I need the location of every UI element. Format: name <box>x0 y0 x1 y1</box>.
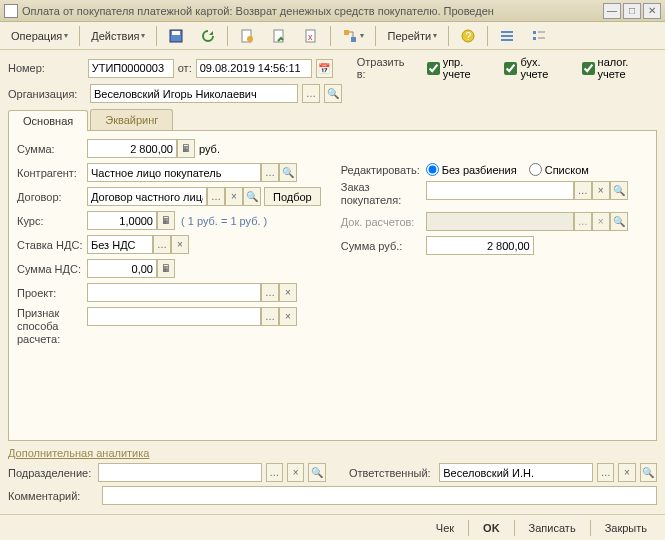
svg-rect-7 <box>344 30 349 35</box>
svg-text:?: ? <box>466 31 472 42</box>
comm-label: Комментарий: <box>8 490 98 502</box>
dep-clear-icon[interactable]: × <box>287 463 304 482</box>
svg-rect-1 <box>172 31 180 35</box>
org-input[interactable] <box>90 84 298 103</box>
nds-sum-input[interactable] <box>87 259 157 278</box>
nds-clear-icon[interactable]: × <box>171 235 189 254</box>
podbor-button[interactable]: Подбор <box>264 187 321 206</box>
operation-menu[interactable]: Операция▾ <box>4 27 75 45</box>
contr-select-icon[interactable]: … <box>261 163 279 182</box>
sign-select-icon[interactable]: … <box>261 307 279 326</box>
help-icon[interactable]: ? <box>453 25 483 47</box>
reflect-label: Отразить в: <box>357 56 415 80</box>
dep-input[interactable] <box>98 463 261 482</box>
order-search-icon[interactable]: 🔍 <box>610 181 628 200</box>
tab-main[interactable]: Основная <box>8 110 88 131</box>
contr-search-icon[interactable]: 🔍 <box>279 163 297 182</box>
order-label: Заказ покупателя: <box>341 181 426 207</box>
minimize-button[interactable]: — <box>603 3 621 19</box>
tool-save-icon[interactable] <box>161 25 191 47</box>
docs-input <box>426 212 574 231</box>
buh-checkbox[interactable]: бух. учете <box>504 56 569 80</box>
resp-search-icon[interactable]: 🔍 <box>640 463 657 482</box>
resp-input[interactable] <box>439 463 593 482</box>
dog-label: Договор: <box>17 191 87 203</box>
sumrub-label: Сумма руб.: <box>341 240 426 252</box>
actions-menu[interactable]: Действия▾ <box>84 27 152 45</box>
titlebar: Оплата от покупателя платежной картой: В… <box>0 0 665 22</box>
from-label: от: <box>178 62 192 74</box>
tool-list2-icon[interactable] <box>524 25 554 47</box>
dep-search-icon[interactable]: 🔍 <box>308 463 325 482</box>
nal-checkbox[interactable]: налог. учете <box>582 56 657 80</box>
order-input[interactable] <box>426 181 574 200</box>
number-label: Номер: <box>8 62 84 74</box>
sum-label: Сумма: <box>17 143 87 155</box>
kurs-label: Курс: <box>17 215 87 227</box>
tool-list1-icon[interactable] <box>492 25 522 47</box>
dep-select-icon[interactable]: … <box>266 463 283 482</box>
radio-without[interactable]: Без разбиения <box>426 163 517 176</box>
kurs-input[interactable] <box>87 211 157 230</box>
date-input[interactable] <box>196 59 312 78</box>
proj-clear-icon[interactable]: × <box>279 283 297 302</box>
resp-label: Ответственный: <box>349 467 435 479</box>
svg-rect-11 <box>533 31 536 34</box>
tool-struct-icon[interactable]: ▾ <box>335 25 371 47</box>
dog-clear-icon[interactable]: × <box>225 187 243 206</box>
docs-select-icon: … <box>574 212 592 231</box>
sign-clear-icon[interactable]: × <box>279 307 297 326</box>
go-menu[interactable]: Перейти▾ <box>380 27 444 45</box>
org-select-icon[interactable]: … <box>302 84 320 103</box>
tool-doc2-icon[interactable] <box>264 25 294 47</box>
nds-rate-input[interactable] <box>87 235 153 254</box>
sign-input[interactable] <box>87 307 261 326</box>
docs-clear-icon: × <box>592 212 610 231</box>
contr-input[interactable] <box>87 163 261 182</box>
contr-label: Контрагент: <box>17 167 87 179</box>
dog-input[interactable] <box>87 187 207 206</box>
window-icon <box>4 4 18 18</box>
nds-sum-label: Сумма НДС: <box>17 263 87 275</box>
footer: Чек OK Записать Закрыть <box>0 514 665 540</box>
close-window-button[interactable]: ✕ <box>643 3 661 19</box>
proj-select-icon[interactable]: … <box>261 283 279 302</box>
tabs: Основная Эквайринг <box>8 109 657 131</box>
tab-acquiring[interactable]: Эквайринг <box>90 109 173 130</box>
proj-input[interactable] <box>87 283 261 302</box>
resp-select-icon[interactable]: … <box>597 463 614 482</box>
maximize-button[interactable]: □ <box>623 3 641 19</box>
calendar-icon[interactable]: 📅 <box>316 59 334 78</box>
tool-refresh-icon[interactable] <box>193 25 223 47</box>
docs-search-icon: 🔍 <box>610 212 628 231</box>
sumrub-input[interactable] <box>426 236 534 255</box>
svg-text:x: x <box>308 32 313 42</box>
tool-doc1-icon[interactable] <box>232 25 262 47</box>
save-button[interactable]: Записать <box>519 519 586 537</box>
chek-button[interactable]: Чек <box>426 519 464 537</box>
svg-point-3 <box>247 36 253 42</box>
dog-select-icon[interactable]: … <box>207 187 225 206</box>
calc-icon[interactable]: 🖩 <box>177 139 195 158</box>
radio-list[interactable]: Списком <box>529 163 589 176</box>
tab-body: Сумма: 🖩 руб. Контрагент: … 🔍 Договор: …… <box>8 131 657 441</box>
order-clear-icon[interactable]: × <box>592 181 610 200</box>
close-button[interactable]: Закрыть <box>595 519 657 537</box>
window-title: Оплата от покупателя платежной картой: В… <box>22 5 601 17</box>
extra-title: Дополнительная аналитика <box>8 447 657 459</box>
order-select-icon[interactable]: … <box>574 181 592 200</box>
number-input[interactable] <box>88 59 174 78</box>
edit-label: Редактировать: <box>341 164 426 176</box>
tool-doc3-icon[interactable]: x <box>296 25 326 47</box>
dog-search-icon[interactable]: 🔍 <box>243 187 261 206</box>
toolbar: Операция▾ Действия▾ x ▾ Перейти▾ ? <box>0 22 665 50</box>
sum-input[interactable] <box>87 139 177 158</box>
nds-sum-calc-icon[interactable]: 🖩 <box>157 259 175 278</box>
ok-button[interactable]: OK <box>473 519 510 537</box>
org-search-icon[interactable]: 🔍 <box>324 84 342 103</box>
upr-checkbox[interactable]: упр. учете <box>427 56 493 80</box>
comm-input[interactable] <box>102 486 657 505</box>
resp-clear-icon[interactable]: × <box>618 463 635 482</box>
nds-select-icon[interactable]: … <box>153 235 171 254</box>
kurs-calc-icon[interactable]: 🖩 <box>157 211 175 230</box>
